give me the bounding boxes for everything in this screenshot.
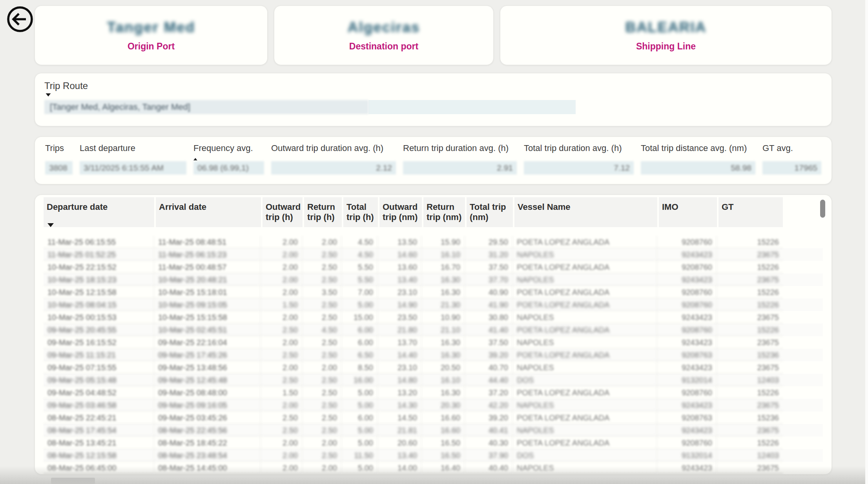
table-column-header[interactable]: Vessel Name: [513, 197, 657, 227]
table-column-header[interactable]: Return trip (nm): [422, 197, 465, 227]
summary-column-header[interactable]: Frequency avg.: [193, 143, 264, 155]
table-cell: 42.20: [465, 399, 513, 411]
table-cell: POETA LOPEZ ANGLADA: [513, 236, 657, 248]
table-row[interactable]: 09-Mar-25 05:15:4809-Mar-25 12:45:482.50…: [44, 374, 823, 386]
summary-column-header[interactable]: Return trip duration avg. (h): [403, 143, 517, 155]
table-row[interactable]: 11-Mar-25 01:52:2511-Mar-25 06:15:232.00…: [44, 248, 823, 261]
trip-route-field[interactable]: [Tanger Med, Algeciras, Tanger Med]: [44, 100, 822, 114]
table-cell: 10-Mar-25 08:04:15: [44, 298, 154, 311]
back-arrow-icon: [6, 5, 34, 33]
table-column-header[interactable]: IMO: [657, 197, 717, 227]
table-cell: 10.90: [422, 311, 465, 324]
table-cell: 3.50: [303, 286, 342, 298]
table-cell: 14.50: [378, 411, 422, 424]
table-row[interactable]: 10-Mar-25 22:15:5211-Mar-25 00:48:572.00…: [44, 261, 823, 273]
table-row[interactable]: 09-Mar-25 03:46:5809-Mar-25 09:16:052.00…: [44, 399, 823, 411]
summary-column-header[interactable]: Total trip distance avg. (nm): [641, 143, 755, 155]
sort-asc-icon[interactable]: [193, 158, 197, 160]
table-cell: 23675: [717, 273, 783, 286]
table-cell: 2.50: [261, 374, 303, 386]
sort-desc-icon[interactable]: [47, 223, 54, 234]
table-header-caret-row: [44, 227, 823, 236]
trip-route-value[interactable]: [Tanger Med, Algeciras, Tanger Med]: [44, 100, 368, 114]
table-cell: 16.30: [422, 336, 465, 349]
table-column-header[interactable]: Total trip (h): [342, 197, 378, 227]
table-cell: 2.00: [303, 361, 342, 374]
table-cell: 5.50: [342, 261, 378, 273]
table-cell: 14.00: [378, 462, 422, 474]
table-column-header[interactable]: Departure date: [44, 197, 154, 227]
table-row[interactable]: 11-Mar-25 06:15:5511-Mar-25 08:48:512.00…: [44, 236, 823, 248]
table-cell: 16.30: [422, 273, 465, 286]
table-cell: 15226: [717, 324, 783, 336]
table-column-header[interactable]: Total trip (nm): [465, 197, 513, 227]
table-column-header[interactable]: Outward trip (nm): [378, 197, 422, 227]
table-row[interactable]: 10-Mar-25 18:15:2310-Mar-25 20:48:212.00…: [44, 273, 823, 286]
table-cell: 08-Mar-25 22:45:21: [44, 411, 154, 424]
table-row[interactable]: 08-Mar-25 13:45:2108-Mar-25 18:45:222.00…: [44, 437, 823, 449]
table-cell: 10-Mar-25 22:15:52: [44, 261, 154, 273]
summary-column-header[interactable]: GT avg.: [762, 143, 821, 155]
table-cell: POETA LOPEZ ANGLADA: [513, 286, 657, 298]
table-cell: NAPOLES: [513, 248, 657, 261]
table-cell: 11-Mar-25 00:48:57: [154, 261, 261, 273]
table-cell: 11-Mar-25 01:52:25: [44, 248, 154, 261]
table-cell: 21.81: [378, 424, 422, 437]
table-cell: 9132014: [657, 449, 717, 462]
summary-column-header[interactable]: Last departure: [80, 143, 186, 155]
sort-caret-slot: [80, 155, 186, 160]
trip-route-field-extension[interactable]: [368, 100, 576, 114]
summary-column-header[interactable]: Outward trip duration avg. (h): [271, 143, 396, 155]
summary-column: Return trip duration avg. (h) 2.91: [403, 143, 517, 175]
table-cell: 9208763: [657, 411, 717, 424]
window-edge: [865, 0, 868, 484]
table-row[interactable]: 09-Mar-25 20:45:5510-Mar-25 02:45:512.50…: [44, 324, 823, 336]
header-card-origin-port[interactable]: Tanger Med Origin Port: [35, 5, 268, 65]
table-cell: 16.60: [422, 424, 465, 437]
table-cell: 2.00: [261, 311, 303, 324]
table-row[interactable]: 10-Mar-25 12:15:5810-Mar-25 15:18:012.00…: [44, 286, 823, 298]
table-cell: 9132014: [657, 374, 717, 386]
table-cell: 12403: [717, 449, 783, 462]
table-column-header[interactable]: Return trip (h): [303, 197, 342, 227]
summary-column-header[interactable]: Trips: [45, 143, 73, 155]
table-cell: 5.00: [342, 424, 378, 437]
table-cell: 9208760: [657, 298, 717, 311]
table-column-header[interactable]: Outward trip (h): [261, 197, 303, 227]
table-cell: 15236: [717, 411, 783, 424]
table-cell: 2.00: [303, 236, 342, 248]
table-row[interactable]: 10-Mar-25 00:15:5310-Mar-25 15:15:582.00…: [44, 311, 823, 324]
horizontal-scrollbar-thumb[interactable]: [51, 478, 95, 484]
table-row[interactable]: 08-Mar-25 12:15:5808-Mar-25 23:48:542.00…: [44, 449, 823, 462]
table-row[interactable]: 09-Mar-25 07:15:5509-Mar-25 13:48:562.00…: [44, 361, 823, 374]
header-card-destination-port[interactable]: Algeciras Destination port: [274, 5, 494, 65]
table-cell: 09-Mar-25 22:16:04: [154, 336, 261, 349]
table-row[interactable]: 09-Mar-25 16:15:5209-Mar-25 22:16:042.00…: [44, 336, 823, 349]
header-card-shipping-line[interactable]: BALEARIA Shipping Line: [500, 5, 832, 65]
table-cell: 9208760: [657, 286, 717, 298]
table-row[interactable]: 08-Mar-25 06:45:0008-Mar-25 14:45:002.00…: [44, 462, 823, 474]
table-row[interactable]: 08-Mar-25 17:45:5408-Mar-25 22:45:562.50…: [44, 424, 823, 437]
table-cell: 08-Mar-25 23:48:54: [154, 449, 261, 462]
table-column-header[interactable]: GT: [717, 197, 783, 227]
table-cell: 13.20: [378, 386, 422, 399]
table-cell: 2.00: [303, 462, 342, 474]
sort-desc-icon[interactable]: [46, 93, 51, 96]
trip-route-card: Trip Route [Tanger Med, Algeciras, Tange…: [35, 73, 832, 126]
table-row[interactable]: 09-Mar-25 04:48:5209-Mar-25 08:48:001.50…: [44, 386, 823, 399]
table-cell: 2.50: [303, 386, 342, 399]
table-cell: 23675: [717, 248, 783, 261]
table-cell: 09-Mar-25 11:15:21: [44, 349, 154, 361]
table-row[interactable]: 09-Mar-25 11:15:2109-Mar-25 17:45:262.50…: [44, 349, 823, 361]
table-cell: DOS: [513, 449, 657, 462]
table-row[interactable]: 08-Mar-25 22:45:2109-Mar-25 03:45:262.50…: [44, 411, 823, 424]
table-row[interactable]: 10-Mar-25 08:04:1510-Mar-25 09:15:051.50…: [44, 298, 823, 311]
table-cell: DOS: [513, 374, 657, 386]
table-cell: 6.00: [342, 336, 378, 349]
table-cell: 9243423: [657, 336, 717, 349]
summary-value: 58.98: [641, 161, 755, 175]
summary-column-header[interactable]: Total trip duration avg. (h): [524, 143, 634, 155]
table-column-header[interactable]: Arrival date: [154, 197, 261, 227]
vertical-scrollbar-thumb[interactable]: [820, 200, 825, 218]
back-button[interactable]: [6, 5, 34, 33]
